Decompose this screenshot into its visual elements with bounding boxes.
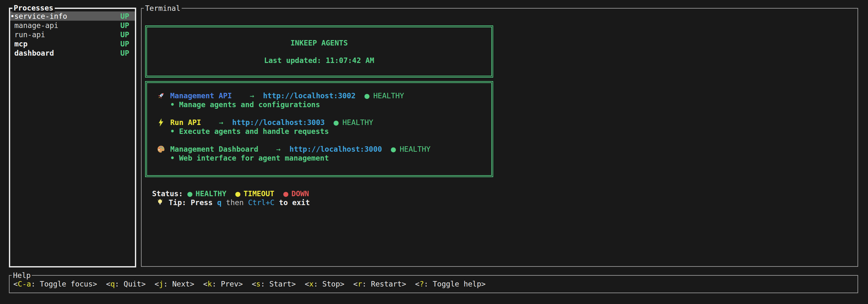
process-row-manage-api[interactable]: manage-api UP xyxy=(10,21,135,30)
service-row-management-api: Management API → http://localhost:3002 ●… xyxy=(147,91,491,109)
service-url[interactable]: http://localhost:3003 xyxy=(232,118,325,127)
process-name: service-info xyxy=(14,12,67,21)
timeout-dot-icon: ● xyxy=(236,189,241,198)
tip-line: Tip: Press q then Ctrl+C to exit xyxy=(152,198,318,207)
help-item-prev: <k: Prev> xyxy=(203,279,243,289)
service-url[interactable]: http://localhost:3000 xyxy=(289,145,382,154)
processes-panel-title: Processes xyxy=(12,3,55,12)
help-item-next: <j: Next> xyxy=(155,279,194,289)
tip-key-ctrl-c: Ctrl+C xyxy=(248,198,275,207)
process-row-run-api[interactable]: run-api UP xyxy=(10,30,135,39)
help-panel: Help <C-a: Toggle focus> <q: Quit> <j: N… xyxy=(9,275,858,293)
service-row-management-dashboard: Management Dashboard → http://localhost:… xyxy=(147,145,491,163)
legend-down: ● DOWN xyxy=(283,189,309,198)
process-status-badge: UP xyxy=(120,21,129,30)
legend-healthy: ● HEALTHY xyxy=(187,189,226,198)
service-status: HEALTHY xyxy=(400,145,431,154)
status-legend: Status: ● HEALTHY ● TIMEOUT ● DOWN Tip: … xyxy=(152,189,318,207)
process-status-badge: UP xyxy=(120,49,129,58)
terminal-panel[interactable]: Terminal INKEEP AGENTS Last updated: 11:… xyxy=(141,8,858,267)
healthy-dot-icon: ● xyxy=(365,91,370,100)
help-key: x xyxy=(309,280,314,288)
process-status-badge: UP xyxy=(120,12,129,21)
help-item-restart: <r: Restart> xyxy=(353,279,406,289)
process-name: manage-api xyxy=(14,21,58,30)
process-list: • service-info UP manage-api UP run-api … xyxy=(10,9,135,58)
service-status: HEALTHY xyxy=(342,118,373,127)
help-key: C-a xyxy=(18,280,31,288)
service-description: • Execute agents and handle requests xyxy=(147,127,491,136)
legend-label: Status: xyxy=(152,189,183,198)
service-url[interactable]: http://localhost:3002 xyxy=(263,91,356,100)
healthy-dot-icon: ● xyxy=(391,145,396,154)
tip-suffix: to exit xyxy=(279,198,310,207)
tip-prefix: Tip: Press xyxy=(168,198,213,207)
service-description: • Manage agents and configurations xyxy=(147,100,491,109)
service-row-run-api: Run API → http://localhost:3003 ● HEALTH… xyxy=(147,118,491,136)
help-item-toggle-help: <?: Toggle help> xyxy=(415,279,486,289)
down-dot-icon: ● xyxy=(283,189,288,198)
last-updated-text: Last updated: 11:07:42 AM xyxy=(264,56,374,65)
help-panel-title: Help xyxy=(12,271,32,280)
legend-healthy-label: HEALTHY xyxy=(196,189,226,198)
process-status-badge: UP xyxy=(120,39,129,48)
service-name: Management API xyxy=(170,91,232,100)
process-row-service-info[interactable]: • service-info UP xyxy=(10,11,135,21)
tip-mid: then xyxy=(226,198,243,207)
service-description: • Web interface for agent management xyxy=(147,154,491,163)
help-item-start: <s: Start> xyxy=(252,279,296,289)
selected-marker: • xyxy=(10,12,14,21)
service-name: Management Dashboard xyxy=(170,145,258,154)
services-box: Management API → http://localhost:3002 ●… xyxy=(145,81,493,177)
arrow-icon: → xyxy=(219,118,223,127)
help-key: r xyxy=(358,280,362,288)
legend-down-label: DOWN xyxy=(291,189,309,198)
healthy-dot-icon: ● xyxy=(187,189,192,198)
tip-key-q: q xyxy=(217,198,221,207)
arrow-icon: → xyxy=(250,91,254,100)
process-name: mcp xyxy=(14,39,28,48)
palette-icon xyxy=(157,145,165,153)
processes-panel[interactable]: Processes • service-info UP manage-api U… xyxy=(9,8,136,267)
process-row-dashboard[interactable]: dashboard UP xyxy=(10,48,135,58)
help-key: j xyxy=(159,280,163,288)
bulb-icon xyxy=(157,198,163,207)
service-name: Run API xyxy=(170,118,201,127)
header-box: INKEEP AGENTS Last updated: 11:07:42 AM xyxy=(145,26,493,77)
terminal-panel-title: Terminal xyxy=(144,4,182,13)
healthy-dot-icon: ● xyxy=(334,118,339,127)
service-status: HEALTHY xyxy=(373,91,404,100)
help-item-quit: <q: Quit> xyxy=(106,279,146,289)
help-key: s xyxy=(256,280,260,288)
help-key: ? xyxy=(420,280,424,288)
lightning-icon xyxy=(157,118,165,127)
process-name: run-api xyxy=(14,30,45,39)
app-title: INKEEP AGENTS xyxy=(290,38,348,47)
help-item-toggle-focus: <C-a: Toggle focus> xyxy=(13,279,97,289)
arrow-icon: → xyxy=(276,145,281,154)
help-key: k xyxy=(208,280,212,288)
help-keybindings: <C-a: Toggle focus> <q: Quit> <j: Next> … xyxy=(9,276,858,292)
help-key: q xyxy=(111,280,115,288)
legend-timeout: ● TIMEOUT xyxy=(236,189,275,198)
process-status-badge: UP xyxy=(120,30,129,39)
help-item-stop: <x: Stop> xyxy=(305,279,345,289)
process-row-mcp[interactable]: mcp UP xyxy=(10,39,135,48)
process-name: dashboard xyxy=(14,49,54,58)
rocket-icon xyxy=(157,92,165,100)
legend-timeout-label: TIMEOUT xyxy=(243,189,274,198)
